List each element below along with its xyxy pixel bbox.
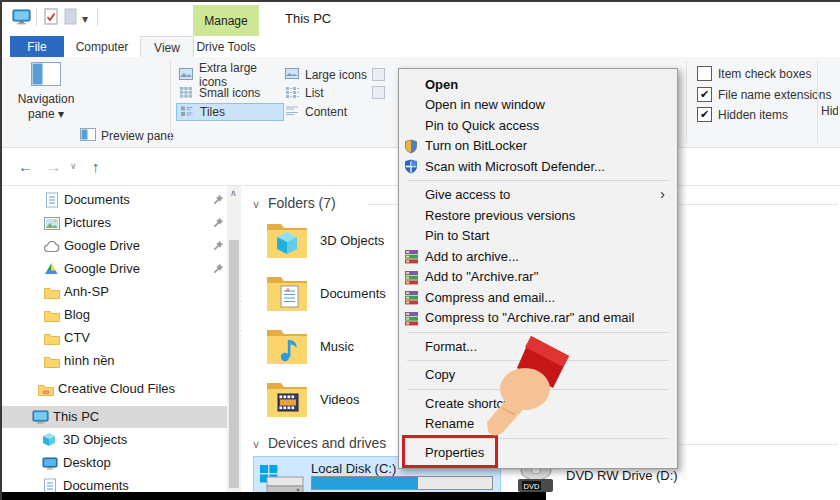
qat-disabled-button[interactable]: [64, 9, 77, 27]
menu-item-turn-on-bitlocker[interactable]: Turn on BitLocker: [399, 136, 677, 157]
navigation-pane-icon: [31, 77, 61, 91]
folders-section-header[interactable]: Folders (7): [268, 195, 336, 211]
document-icon: [45, 192, 59, 211]
devices-section-header[interactable]: Devices and drives: [268, 435, 386, 451]
small-icons-label: Small icons: [199, 86, 260, 100]
menu-item-label: Format...: [425, 339, 477, 354]
drive-name: DVD RW Drive (D:): [566, 468, 678, 483]
folder-tile-label: Videos: [320, 392, 360, 407]
sidebar-item-label: Google Drive: [64, 261, 140, 276]
view-option-content[interactable]: Content: [282, 103, 385, 121]
sidebar-item-desktop[interactable]: Desktop: [0, 452, 227, 474]
item-check-boxes-checkbox[interactable]: [697, 66, 712, 81]
menu-item-pin-to-quick-access[interactable]: Pin to Quick access: [399, 115, 677, 136]
sidebar-item-google-drive-cloud[interactable]: Google Drive: [0, 235, 227, 257]
view-option-tiles[interactable]: Tiles: [176, 103, 284, 121]
ribbon-tab-row: File Computer View Drive Tools: [0, 36, 840, 57]
menu-item-compress-to-archive-rar-and-email[interactable]: Compress to "Archive.rar" and email: [399, 308, 677, 329]
chevron-down-icon[interactable]: ∨: [252, 438, 260, 451]
folder-tile-music[interactable]: Music: [266, 326, 416, 374]
sidebar-item-ctv[interactable]: CTV: [0, 327, 227, 349]
large-icons-label: Large icons: [305, 68, 367, 82]
back-button[interactable]: ←: [18, 158, 33, 175]
folder-icon: [44, 332, 60, 348]
navigation-pane-button[interactable]: Navigation pane ▾: [16, 62, 76, 142]
forward-button[interactable]: →: [46, 158, 61, 175]
view-option-small-icons[interactable]: Small icons: [176, 84, 283, 102]
scrollbar-thumb[interactable]: [229, 240, 239, 488]
menu-item-open-in-new-window[interactable]: Open in new window: [399, 95, 677, 116]
group-separator: [686, 61, 687, 143]
qat-customize-caret[interactable]: ▾: [82, 12, 88, 26]
folder-videos-icon: [266, 408, 308, 422]
folder-tile-3d-objects[interactable]: 3D Objects: [266, 220, 416, 268]
file-name-extensions-checkbox[interactable]: ✔: [697, 87, 712, 102]
up-button[interactable]: ↑: [92, 158, 100, 175]
folder-tile-videos[interactable]: Videos: [266, 379, 416, 427]
winrar-icon: [404, 290, 419, 308]
tab-view[interactable]: View: [140, 36, 194, 58]
3d-cube-icon: [42, 432, 56, 450]
tab-drive-tools[interactable]: Drive Tools: [193, 36, 259, 57]
scroll-up-icon[interactable]: ∧: [230, 188, 237, 198]
check-document-icon: [44, 8, 59, 28]
sidebar-item-label: 3D Objects: [63, 432, 127, 447]
desktop-icon: [42, 457, 58, 473]
navigation-sidebar: Documents Pictures Google Drive Google D…: [0, 186, 227, 500]
sidebar-item-anh-sp[interactable]: Anh-SP: [0, 281, 227, 303]
sidebar-item-label: Creative Cloud Files: [58, 381, 175, 396]
disk-usage-fill: [312, 477, 418, 489]
menu-item-scan-with-microsoft-defender[interactable]: Scan with Microsoft Defender...: [399, 156, 677, 177]
history-dropdown-button[interactable]: ∨: [70, 161, 77, 171]
menu-item-add-to-archive-rar[interactable]: Add to "Archive.rar": [399, 267, 677, 288]
qat-separator: [36, 8, 37, 26]
sidebar-scrollbar[interactable]: ∧: [227, 186, 241, 500]
menu-item-label: Copy: [425, 367, 455, 382]
sidebar-item-documents[interactable]: Documents: [0, 189, 227, 211]
hidden-items-checkbox[interactable]: ✔: [697, 107, 712, 122]
item-check-boxes-option[interactable]: Item check boxes: [697, 66, 811, 81]
sidebar-item-pictures[interactable]: Pictures: [0, 212, 227, 234]
sidebar-item-hinh-nen[interactable]: hình nền: [0, 350, 227, 372]
sidebar-item-label: Documents: [63, 478, 129, 493]
sidebar-item-label: Anh-SP: [64, 284, 109, 299]
menu-item-add-to-archive[interactable]: Add to archive...: [399, 246, 677, 267]
view-option-extra-large-icons[interactable]: Extra large icons: [176, 66, 283, 84]
file-name-extensions-option[interactable]: ✔ File name extensions: [697, 87, 831, 102]
qat-properties-button[interactable]: [44, 9, 59, 27]
menu-item-restore-previous-versions[interactable]: Restore previous versions: [399, 205, 677, 226]
view-option-list[interactable]: List: [282, 84, 385, 102]
tab-computer[interactable]: Computer: [70, 36, 134, 57]
chevron-down-icon[interactable]: ∨: [252, 198, 260, 211]
menu-item-compress-and-email[interactable]: Compress and email...: [399, 287, 677, 308]
sidebar-item-label: CTV: [64, 330, 90, 345]
menu-item-pin-to-start[interactable]: Pin to Start: [399, 226, 677, 247]
sidebar-item-google-drive[interactable]: Google Drive: [0, 258, 227, 280]
sidebar-item-creative-cloud-files[interactable]: ∞ Creative Cloud Files: [0, 378, 227, 400]
sidebar-item-3d-objects[interactable]: 3D Objects: [0, 429, 227, 451]
content-icon: [285, 105, 299, 120]
sidebar-item-label: Desktop: [63, 455, 111, 470]
sidebar-item-this-pc[interactable]: This PC: [0, 406, 227, 428]
menu-item-open[interactable]: Open: [399, 74, 677, 95]
sidebar-item-label: hình nền: [64, 353, 115, 368]
list-label: List: [305, 86, 324, 100]
hide-selected-items-label-clipped[interactable]: Hide selected items: [821, 104, 838, 118]
menu-item-label: Compress to "Archive.rar" and email: [425, 310, 634, 325]
menu-item-give-access-to[interactable]: Give access to ›: [399, 185, 677, 206]
hidden-items-option[interactable]: ✔ Hidden items: [697, 107, 788, 122]
computer-icon: [12, 9, 31, 28]
folder-3d-objects-icon: [266, 249, 308, 263]
sidebar-item-label: Pictures: [64, 215, 111, 230]
view-option-large-icons[interactable]: Large icons: [282, 66, 385, 84]
sidebar-item-blog[interactable]: Blog: [0, 304, 227, 326]
tab-manage[interactable]: Manage: [193, 5, 259, 36]
folder-tile-documents[interactable]: A Documents: [266, 273, 416, 321]
tab-file[interactable]: File: [10, 36, 64, 57]
pointing-hand-annotation: [473, 336, 578, 441]
qat-computer-button[interactable]: [12, 9, 31, 27]
computer-icon: [32, 410, 49, 427]
menu-item-label: Compress and email...: [425, 290, 555, 305]
preview-pane-label: Preview pane: [101, 129, 174, 143]
preview-pane-button[interactable]: Preview pane: [80, 128, 174, 144]
